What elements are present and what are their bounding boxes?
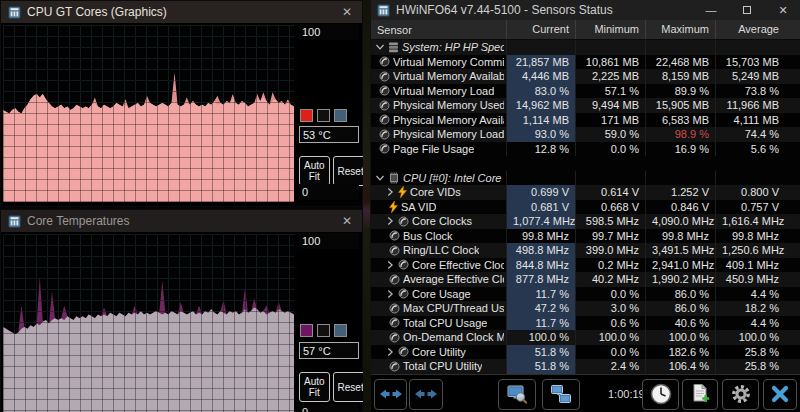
settings-button[interactable]	[722, 379, 759, 410]
sensor-row[interactable]: Core Effective Clocks844.8 MHz0.2 MHz2,9…	[371, 258, 800, 273]
sensor-name: System: HP HP Spectr...	[402, 40, 504, 55]
sensor-row[interactable]: Virtual Memory Commi...21,857 MB10,861 M…	[371, 55, 800, 70]
sensor-minimum-value: 10,861 MB	[575, 55, 645, 70]
graph-window-core-temperatures: Core Temperatures ✕ 100	[0, 209, 363, 412]
sensor-row[interactable]: Max CPU/Thread Usage47.2 %3.0 %86.0 %18.…	[371, 301, 800, 316]
close-icon[interactable]: ✕	[776, 4, 790, 17]
series-color-swatch[interactable]	[317, 109, 330, 122]
close-icon[interactable]: ✕	[339, 214, 355, 228]
minimize-icon[interactable]: —	[704, 4, 718, 16]
sensor-row[interactable]: Physical Memory Availa...1,114 MB171 MB6…	[371, 113, 800, 128]
sensor-row[interactable]: Total CPU Usage11.7 %0.6 %40.6 %4.4 %	[371, 316, 800, 331]
sensor-section-row[interactable]: System: HP HP Spectr...	[371, 40, 800, 55]
sensor-row[interactable]: Total CPU Utility51.8 %2.4 %106.4 %25.8 …	[371, 359, 800, 374]
threshold-value-input[interactable]	[299, 342, 359, 359]
sensor-row[interactable]: Core Usage11.7 %0.0 %86.0 %4.4 %	[371, 287, 800, 302]
sensor-average-value: 409.1 MHz	[715, 258, 785, 273]
expand-columns-button[interactable]	[374, 379, 407, 410]
sensor-minimum-value: 399.0 MHz	[575, 243, 645, 258]
sensor-minimum-value	[575, 171, 645, 186]
chevron-right-icon[interactable]	[385, 187, 395, 197]
sensor-name: Virtual Memory Available	[393, 69, 504, 84]
sensor-row[interactable]: SA VID0.681 V0.668 V0.846 V0.757 V	[371, 200, 800, 215]
sensor-name: Core Clocks	[412, 214, 472, 229]
gear-icon	[730, 383, 752, 405]
auto-fit-button[interactable]: Auto Fit	[299, 156, 330, 186]
series-color-swatch[interactable]	[300, 109, 313, 122]
sensor-name: SA VID	[401, 200, 436, 215]
sensor-minimum-value: 2,225 MB	[575, 69, 645, 84]
sensor-name: Core VIDs	[410, 185, 461, 200]
chevron-right-icon[interactable]	[385, 260, 395, 270]
sensor-current-value: 51.8 %	[506, 345, 575, 360]
threshold-value-input[interactable]	[299, 126, 359, 143]
sensor-minimum-value: 0.0 %	[575, 142, 645, 157]
sensor-maximum-value: 1,990.2 MHz	[645, 272, 715, 287]
graph-window-titlebar[interactable]: CPU GT Cores (Graphics) ✕	[1, 1, 362, 23]
sensor-maximum-value: 40.6 %	[645, 316, 715, 331]
auto-fit-button[interactable]: Auto Fit	[299, 372, 330, 402]
chevron-down-icon[interactable]	[375, 173, 385, 183]
sensor-row[interactable]: Physical Memory Used14,962 MB9,494 MB15,…	[371, 98, 800, 113]
sensor-minimum-value: 9,494 MB	[575, 98, 645, 113]
cpu-chip-icon	[388, 172, 400, 184]
series-color-swatch[interactable]	[334, 109, 347, 122]
remote-sensors-button[interactable]	[542, 379, 580, 410]
clock-button[interactable]	[642, 379, 679, 410]
sensor-minimum-value: 0.0 %	[575, 345, 645, 360]
sensor-name: Total CPU Usage	[403, 316, 487, 331]
sensor-maximum-value: 1.252 V	[645, 185, 715, 200]
sensor-average-value: 450.9 MHz	[715, 272, 785, 287]
sensor-row[interactable]: Virtual Memory Load83.0 %57.1 %89.9 %73.…	[371, 84, 800, 99]
sensor-row[interactable]: Core VIDs0.699 V0.614 V1.252 V0.800 V	[371, 185, 800, 200]
sensor-maximum-value: 89.9 %	[645, 84, 715, 99]
series-color-swatch[interactable]	[334, 324, 347, 337]
chevron-right-icon[interactable]	[385, 347, 395, 357]
column-header-current[interactable]: Current	[506, 20, 575, 39]
sensor-current-value: 0.699 V	[506, 185, 575, 200]
collapse-columns-button[interactable]	[409, 379, 443, 410]
maximize-icon[interactable]	[740, 4, 754, 16]
sensor-average-value: 99.8 MHz	[715, 229, 785, 244]
column-header-average[interactable]: Average	[715, 20, 785, 39]
column-header-maximum[interactable]: Maximum	[645, 20, 715, 39]
sensor-row[interactable]: Page File Usage12.8 %0.0 %16.9 %5.6 %	[371, 142, 800, 157]
gauge-icon	[389, 245, 400, 256]
report-button[interactable]	[682, 379, 718, 410]
sensor-minimum-value: 3.0 %	[575, 301, 645, 316]
sensor-minimum-value: 2.4 %	[575, 359, 645, 374]
sensor-maximum-value: 22,468 MB	[645, 55, 715, 70]
gauge-icon	[379, 56, 390, 67]
sensor-row[interactable]: Core Utility51.8 %0.0 %182.6 %25.8 %	[371, 345, 800, 360]
sensor-maximum-value: 86.0 %	[645, 301, 715, 316]
sensor-row[interactable]: Physical Memory Load93.0 %59.0 %98.9 %74…	[371, 127, 800, 142]
scale-min-label: 0	[299, 184, 359, 200]
graph-window-titlebar[interactable]: Core Temperatures ✕	[1, 210, 362, 232]
sensor-name: Core Utility	[412, 345, 466, 360]
gauge-icon	[398, 288, 409, 299]
graph-window-cpu-gt-cores: CPU GT Cores (Graphics) ✕ 100	[0, 0, 363, 207]
sensor-row[interactable]: Average Effective Clock877.8 MHz40.2 MHz…	[371, 272, 800, 287]
chevron-right-icon[interactable]	[385, 216, 395, 226]
sensor-section-row[interactable]: CPU [#0]: Intel Core i...	[371, 171, 800, 186]
close-icon[interactable]: ✕	[339, 5, 355, 19]
system-stack-icon	[388, 42, 399, 53]
sensor-row[interactable]: Ring/LLC Clock498.8 MHz399.0 MHz3,491.5 …	[371, 243, 800, 258]
gauge-icon	[389, 274, 400, 285]
sensor-row[interactable]: Virtual Memory Available4,446 MB2,225 MB…	[371, 69, 800, 84]
sensor-row[interactable]: Core Clocks1,077.4 MHz598.5 MHz4,090.0 M…	[371, 214, 800, 229]
sensor-current-value: 93.0 %	[506, 127, 575, 142]
sensor-row[interactable]: Bus Clock99.8 MHz99.7 MHz99.8 MHz99.8 MH…	[371, 229, 800, 244]
sensor-row[interactable]: On-Demand Clock Mod...100.0 %100.0 %100.…	[371, 330, 800, 345]
window-titlebar[interactable]: HWiNFO64 v7.44-5100 - Sensors Status — ✕	[371, 0, 800, 20]
close-sensors-button[interactable]	[763, 379, 797, 410]
monitor-search-button[interactable]	[498, 379, 536, 410]
column-header-sensor[interactable]: Sensor	[371, 24, 506, 36]
chevron-right-icon[interactable]	[385, 289, 395, 299]
column-header-minimum[interactable]: Minimum	[575, 20, 645, 39]
series-color-swatch[interactable]	[317, 324, 330, 337]
series-color-swatch[interactable]	[300, 324, 313, 337]
chevron-down-icon[interactable]	[375, 42, 385, 52]
sensor-name: Virtual Memory Commi...	[393, 55, 504, 70]
sensor-average-value: 15,703 MB	[715, 55, 785, 70]
